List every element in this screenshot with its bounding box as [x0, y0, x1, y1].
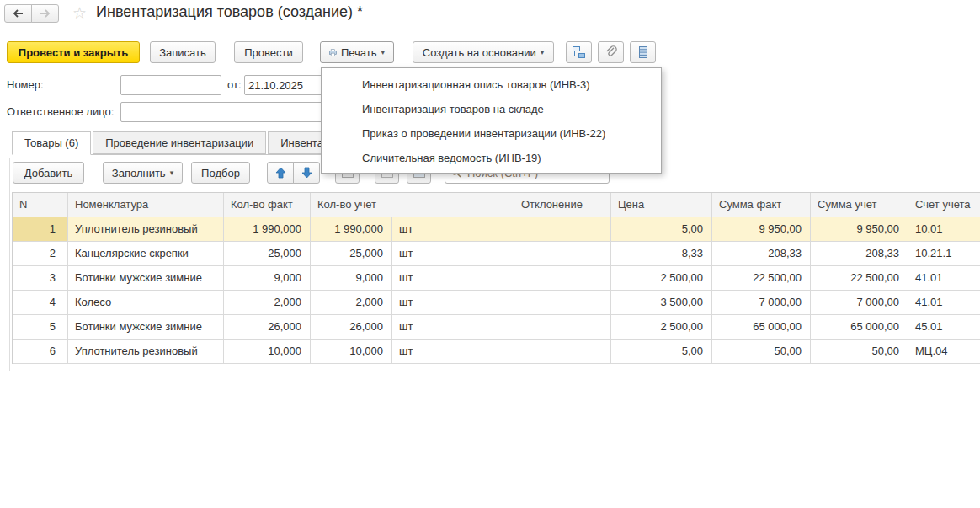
cell-unit[interactable]: шт [392, 340, 514, 364]
cell-qty-acc[interactable]: 9,000 [311, 266, 392, 291]
save-button[interactable]: Записать [150, 41, 216, 63]
cell-sum-acc[interactable]: 208,33 [811, 242, 908, 266]
reports-button[interactable] [630, 41, 656, 63]
col-header-price[interactable]: Цена [611, 193, 712, 217]
cell-account[interactable]: 41.01 [908, 266, 980, 291]
cell-sum-fact[interactable]: 208,33 [712, 242, 811, 266]
cell-deviation[interactable] [514, 291, 611, 315]
cell-unit[interactable]: шт [392, 315, 514, 340]
cell-sum-fact[interactable]: 50,00 [712, 340, 811, 364]
move-up-button[interactable] [267, 162, 294, 184]
cell-unit[interactable]: шт [392, 217, 514, 242]
cell-qty-fact[interactable]: 26,000 [224, 315, 311, 340]
cell-qty-acc[interactable]: 2,000 [311, 291, 392, 315]
col-header-qty-fact[interactable]: Кол-во факт [224, 193, 311, 217]
cell-name[interactable]: Уплотнитель резиновый [68, 340, 224, 364]
date-label: от: [227, 75, 242, 95]
col-header-deviation[interactable]: Отклонение [514, 193, 611, 217]
cell-sum-acc[interactable]: 22 500,00 [811, 266, 908, 291]
cell-deviation[interactable] [514, 266, 611, 291]
cell-unit[interactable]: шт [392, 266, 514, 291]
print-menu-item[interactable]: Приказ о проведении инвентаризации (ИНВ-… [322, 121, 661, 146]
forward-button[interactable] [31, 4, 59, 23]
nav-history-group [4, 4, 59, 23]
cell-deviation[interactable] [514, 340, 611, 364]
cell-name[interactable]: Ботинки мужские зимние [68, 266, 224, 291]
cell-deviation[interactable] [514, 217, 611, 242]
cell-price[interactable]: 2 500,00 [611, 315, 712, 340]
attachments-button[interactable] [598, 41, 624, 63]
cell-name[interactable]: Колесо [68, 291, 224, 315]
col-header-sum-acc[interactable]: Сумма учет [811, 193, 908, 217]
cell-account[interactable]: 10.21.1 [908, 242, 980, 266]
post-and-close-button[interactable]: Провести и закрыть [7, 41, 140, 63]
cell-account[interactable]: МЦ.04 [908, 340, 980, 364]
cell-qty-acc[interactable]: 26,000 [311, 315, 392, 340]
cell-price[interactable]: 8,33 [611, 242, 712, 266]
col-header-qty-acc[interactable]: Кол-во учет [311, 193, 514, 217]
number-input[interactable] [120, 75, 221, 95]
cell-account[interactable]: 45.01 [908, 315, 980, 340]
cell-n[interactable]: 3 [13, 266, 68, 291]
cell-qty-acc[interactable]: 10,000 [311, 340, 392, 364]
cell-qty-fact[interactable]: 25,000 [224, 242, 311, 266]
cell-qty-fact[interactable]: 2,000 [224, 291, 311, 315]
back-button[interactable] [4, 4, 32, 23]
responsible-label: Ответственное лицо: [7, 102, 114, 122]
cell-price[interactable]: 2 500,00 [611, 266, 712, 291]
cell-account[interactable]: 10.01 [908, 217, 980, 242]
cell-n[interactable]: 1 [13, 217, 68, 242]
cell-qty-fact[interactable]: 9,000 [224, 266, 311, 291]
cell-n[interactable]: 2 [13, 242, 68, 266]
print-button[interactable]: Печать ▾ [320, 41, 394, 63]
col-header-account[interactable]: Счет учета [908, 193, 980, 217]
print-menu-item[interactable]: Инвентаризационная опись товаров (ИНВ-3) [322, 72, 661, 97]
col-header-n[interactable]: N [13, 193, 68, 217]
print-menu-item[interactable]: Инвентаризация товаров на складе [322, 97, 661, 121]
pick-label: Подбор [201, 167, 240, 179]
cell-qty-fact[interactable]: 10,000 [224, 340, 311, 364]
col-header-nomenclature[interactable]: Номенклатура [68, 193, 224, 217]
tab-1[interactable]: Товары (6) [12, 131, 91, 155]
panel-left-border [9, 158, 10, 371]
cell-price[interactable]: 5,00 [611, 217, 712, 242]
cell-deviation[interactable] [514, 315, 611, 340]
cell-sum-fact[interactable]: 65 000,00 [712, 315, 811, 340]
tab-2[interactable]: Проведение инвентаризации [93, 131, 266, 154]
cell-sum-fact[interactable]: 9 950,00 [712, 217, 811, 242]
add-row-button[interactable]: Добавить [13, 162, 84, 184]
favorite-star-icon[interactable]: ☆ [72, 4, 87, 23]
cell-price[interactable]: 3 500,00 [611, 291, 712, 315]
cell-n[interactable]: 5 [13, 315, 68, 340]
pick-button[interactable]: Подбор [191, 162, 250, 184]
create-based-on-button[interactable]: Создать на основании ▾ [413, 41, 554, 63]
fill-caret-icon: ▾ [170, 168, 174, 177]
cell-sum-acc[interactable]: 65 000,00 [811, 315, 908, 340]
cell-name[interactable]: Уплотнитель резиновый [68, 217, 224, 242]
cell-n[interactable]: 6 [13, 340, 68, 364]
cell-name[interactable]: Канцелярские скрепки [68, 242, 224, 266]
print-menu-item[interactable]: Сличительная ведомость (ИНВ-19) [322, 146, 661, 170]
col-header-sum-fact[interactable]: Сумма факт [712, 193, 811, 217]
cell-price[interactable]: 5,00 [611, 340, 712, 364]
create-based-on-caret-icon: ▾ [541, 48, 545, 56]
cell-n[interactable]: 4 [13, 291, 68, 315]
cell-qty-acc[interactable]: 1 990,000 [311, 217, 392, 242]
related-documents-button[interactable] [566, 41, 592, 63]
cell-qty-fact[interactable]: 1 990,000 [224, 217, 311, 242]
move-down-button[interactable] [293, 162, 320, 184]
post-button[interactable]: Провести [234, 41, 303, 63]
cell-deviation[interactable] [514, 242, 611, 266]
cell-sum-fact[interactable]: 7 000,00 [712, 291, 811, 315]
cell-sum-acc[interactable]: 7 000,00 [811, 291, 908, 315]
date-input[interactable] [244, 75, 330, 95]
cell-sum-fact[interactable]: 22 500,00 [712, 266, 811, 291]
cell-qty-acc[interactable]: 25,000 [311, 242, 392, 266]
cell-sum-acc[interactable]: 50,00 [811, 340, 908, 364]
cell-sum-acc[interactable]: 9 950,00 [811, 217, 908, 242]
cell-unit[interactable]: шт [392, 291, 514, 315]
cell-account[interactable]: 41.01 [908, 291, 980, 315]
cell-unit[interactable]: шт [392, 242, 514, 266]
cell-name[interactable]: Ботинки мужские зимние [68, 315, 224, 340]
fill-button[interactable]: Заполнить ▾ [103, 162, 183, 184]
